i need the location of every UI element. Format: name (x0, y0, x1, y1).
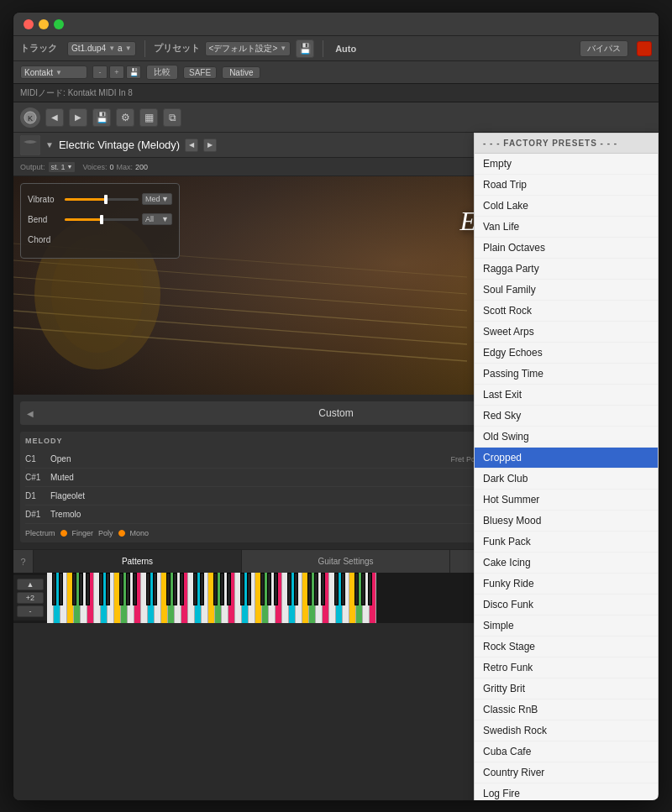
plectrum-radio[interactable] (60, 530, 67, 537)
instrument-dropdown[interactable]: Kontakt ▼ (20, 65, 87, 79)
piano-key[interactable] (307, 573, 312, 605)
preset-item[interactable]: Red Sky (475, 406, 658, 427)
piano-key[interactable] (321, 573, 325, 605)
nav-grid-button[interactable]: ▦ (139, 108, 158, 127)
preset-item[interactable]: Hot Summer (475, 490, 658, 511)
preset-item[interactable]: Van Life (475, 217, 658, 238)
piano-key[interactable] (79, 573, 83, 605)
piano-key[interactable] (267, 573, 271, 605)
preset-item[interactable]: Disco Funk (475, 595, 658, 616)
preset-item[interactable]: Swedish Rock (475, 720, 658, 741)
piano-key[interactable] (180, 573, 184, 605)
output-dropdown[interactable]: st. 1 ▼ (48, 161, 76, 173)
melody-row[interactable]: D1 Flageolet (25, 487, 489, 506)
piano-key[interactable] (119, 573, 123, 605)
preset-item[interactable]: Sweet Arps (475, 322, 658, 343)
preset-item[interactable]: Passing Time (475, 364, 658, 385)
piano-key[interactable] (240, 573, 244, 605)
piano-key[interactable] (72, 573, 76, 605)
preset-item[interactable]: Road Trip (475, 175, 658, 196)
minus-button[interactable]: - (92, 65, 108, 79)
native-button[interactable]: Native (222, 66, 260, 79)
minimize-button[interactable] (39, 19, 49, 29)
preset-item[interactable]: Funk Pack (475, 532, 658, 553)
piano-key[interactable] (260, 573, 265, 605)
nav-view-button[interactable]: ⧉ (163, 108, 181, 127)
octave-down-button[interactable]: - (17, 605, 44, 617)
piano-key[interactable] (193, 573, 197, 605)
piano-key[interactable] (153, 573, 157, 605)
piano-key[interactable] (126, 573, 130, 605)
melody-row[interactable]: D#1 Tremolo (25, 506, 489, 524)
piano-key[interactable] (220, 573, 224, 605)
save-icon[interactable]: 💾 (126, 65, 141, 79)
prev-button[interactable]: ◀ (45, 108, 64, 127)
preset-item[interactable]: Dark Club (475, 469, 658, 490)
melody-row[interactable]: C#1 Muted (25, 469, 489, 487)
piano-key[interactable] (334, 573, 339, 605)
piano-key[interactable] (368, 573, 372, 605)
vibrato-mode-dropdown[interactable]: Med ▼ (142, 193, 172, 205)
preset-item[interactable]: Empty (475, 154, 658, 175)
nav-settings-button[interactable]: ⚙ (116, 108, 134, 127)
preset-item[interactable]: Country River (475, 762, 658, 783)
preset-item[interactable]: Rock Stage (475, 637, 658, 657)
inst-next-button[interactable]: ▶ (203, 139, 217, 152)
preset-item[interactable]: Scott Rock (475, 301, 658, 322)
piano-key[interactable] (314, 573, 318, 605)
piano-key[interactable] (354, 573, 359, 605)
preset-item[interactable]: Bluesy Mood (475, 511, 658, 532)
preset-item[interactable]: Cold Lake (475, 196, 658, 217)
vibrato-slider[interactable] (65, 198, 139, 201)
preset-item[interactable]: Gritty Brit (475, 678, 658, 699)
piano-key[interactable] (173, 573, 177, 605)
maximize-button[interactable] (54, 19, 64, 29)
red-record-button[interactable] (637, 41, 652, 56)
piano-key[interactable] (99, 573, 103, 605)
preset-item[interactable]: Funky Ride (475, 574, 658, 595)
octave-up-button[interactable]: ▲ (17, 579, 44, 590)
preset-item[interactable]: Cropped (475, 448, 658, 469)
safe-button[interactable]: SAFE (183, 66, 217, 79)
preset-item[interactable]: Cake Icing (475, 553, 658, 574)
piano-key[interactable] (133, 573, 137, 605)
compare-button[interactable]: 比較 (146, 65, 178, 80)
piano-key[interactable] (287, 573, 291, 605)
bypass-button[interactable]: バイパス (580, 40, 628, 57)
preset-item[interactable]: Retro Funk (475, 657, 658, 678)
piano-key[interactable] (213, 573, 218, 605)
bend-mode-dropdown[interactable]: All ▼ (142, 213, 172, 225)
piano-key[interactable] (274, 573, 278, 605)
preset-item[interactable]: Old Swing (475, 427, 658, 448)
piano-key[interactable] (146, 573, 150, 605)
preset-item[interactable]: Last Exit (475, 385, 658, 406)
bend-slider[interactable] (65, 218, 139, 221)
melody-row[interactable]: C1 Open Fret Pos4 (25, 450, 489, 469)
piano-key[interactable] (166, 573, 171, 605)
plus-button[interactable]: + (109, 65, 124, 79)
tab-patterns[interactable]: Patterns (34, 550, 242, 573)
expand-arrow[interactable]: ▼ (45, 140, 54, 149)
preset-dropdown-btn[interactable]: <デフォルト設定> ▼ (205, 41, 291, 56)
preset-item[interactable]: Simple (475, 616, 658, 637)
preset-item[interactable]: Edgy Echoes (475, 343, 658, 364)
preset-dropdown[interactable]: - - - FACTORY PRESETS - - -EmptyRoad Tri… (474, 133, 659, 801)
custom-prev-button[interactable]: ◀ (27, 409, 34, 418)
piano-key[interactable] (200, 573, 204, 605)
preset-item[interactable]: Soul Family (475, 280, 658, 301)
piano-key[interactable] (52, 573, 56, 605)
piano-key[interactable] (341, 573, 345, 605)
nav-save-button[interactable]: 💾 (92, 108, 111, 127)
preset-item[interactable]: Ragga Party (475, 259, 658, 280)
help-button[interactable]: ? (13, 550, 34, 573)
inst-prev-button[interactable]: ◀ (185, 139, 198, 152)
close-button[interactable] (24, 19, 34, 29)
piano-key[interactable] (227, 573, 231, 605)
piano-key[interactable] (294, 573, 298, 605)
track-dropdown[interactable]: Gt1.dup4 ▼ a ▼ (67, 41, 136, 56)
piano-key[interactable] (361, 573, 365, 605)
preset-item[interactable]: Plain Octaves (475, 238, 658, 259)
preset-item[interactable]: Classic RnB (475, 699, 658, 720)
next-button[interactable]: ▶ (69, 108, 87, 127)
piano-key[interactable] (59, 573, 63, 605)
